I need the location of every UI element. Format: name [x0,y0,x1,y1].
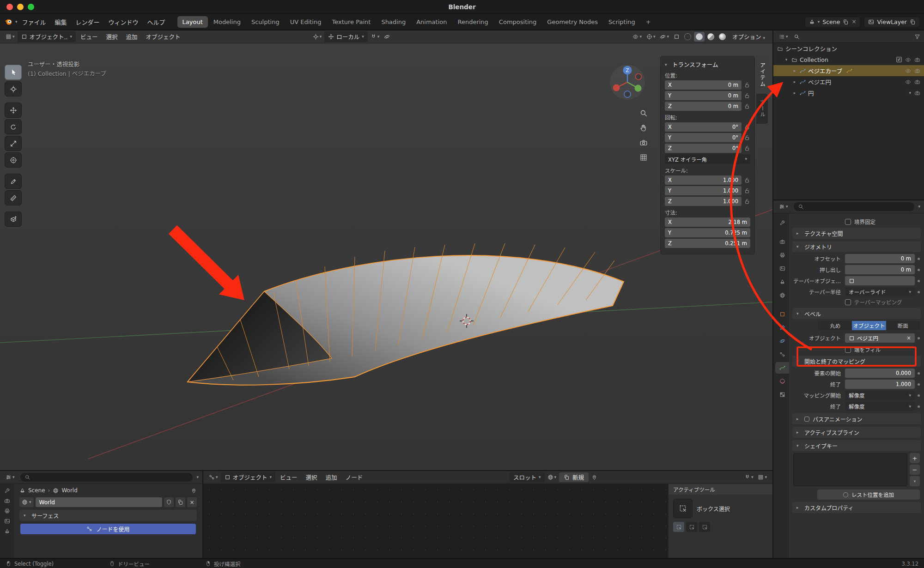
shading-options-dropdown[interactable]: オプション ▾ [729,31,769,42]
bevel-tab-round[interactable]: 丸め [818,321,852,330]
tool-option-subtract[interactable] [699,522,710,532]
node-menu-add[interactable]: 追加 [322,471,341,483]
tool-select-box[interactable] [5,65,22,80]
tab-world[interactable] [775,290,789,301]
shading-solid-button[interactable] [694,32,705,42]
taper-object-field[interactable] [845,276,915,285]
disclosure-icon[interactable]: ▸ [792,68,797,73]
new-material-button[interactable]: 新規 [559,472,589,482]
pin-icon[interactable] [590,473,599,481]
minimize-window-button[interactable] [17,4,24,10]
scale-x-field[interactable]: X1.000 [665,175,742,185]
outliner-row-circle[interactable]: ▸ 円 ▾ [773,87,924,98]
remove-shape-key-button[interactable]: − [910,465,920,475]
keyframe-dot[interactable] [918,291,920,293]
box-select-tool-icon[interactable] [673,499,693,518]
keyframe-dot[interactable] [918,405,920,408]
tab-viewlayer[interactable] [4,518,10,524]
bound-clamp-checkbox[interactable] [845,219,851,225]
node-editor-canvas[interactable] [203,484,668,558]
tool-add-primitive[interactable] [5,211,22,227]
tab-viewlayer[interactable] [775,263,789,274]
dimension-z-field[interactable]: Z0.251 m [665,239,750,248]
lock-icon[interactable] [744,82,750,88]
sidebar-tab-item[interactable]: アイテム [756,57,768,93]
camera-view-icon[interactable] [639,139,648,147]
add-workspace-button[interactable]: + [641,16,656,28]
rotation-z-field[interactable]: Z0° [665,144,742,153]
tab-object[interactable] [775,308,789,320]
outliner-row-bezier-circle[interactable]: ▸ ベジエ円 [773,76,924,87]
blender-logo-icon[interactable] [5,18,13,26]
chevron-down-icon[interactable]: ▾ [918,205,920,209]
workspace-tab-layout[interactable]: Layout [177,16,208,28]
xray-toggle[interactable] [672,33,681,41]
tab-render[interactable] [775,236,789,248]
shape-key-specials-button[interactable]: ▾ [910,476,920,486]
shading-wireframe-button[interactable] [682,32,693,42]
sidebar-tab-tool[interactable]: ツール [756,94,768,124]
factor-end-field[interactable]: 1.000 [845,380,915,389]
viewport-menu-object[interactable]: オブジェクト [142,31,184,42]
render-camera-icon[interactable] [914,68,920,74]
path-animation-checkbox[interactable] [804,417,809,422]
workspace-tab-animation[interactable]: Animation [411,16,452,28]
shading-rendered-button[interactable] [717,32,728,42]
workspace-tab-sculpting[interactable]: Sculpting [246,16,285,28]
tool-rotate[interactable] [5,119,22,134]
offset-field[interactable]: 0 m [845,254,915,263]
lock-icon[interactable] [744,177,750,183]
render-camera-icon[interactable] [914,90,920,96]
tool-option-extend[interactable] [686,522,697,532]
panel-start-end-mapping[interactable]: ▾開始と終了のマッピング [792,356,921,367]
fake-user-shield-button[interactable] [164,497,174,507]
gizmo-neg-x-axis[interactable] [636,74,642,80]
pivot-point-dropdown[interactable]: ▾ [311,33,324,41]
tab-scene[interactable] [4,528,10,534]
lock-icon[interactable] [744,124,750,130]
eye-icon[interactable] [905,57,911,63]
tool-move[interactable] [5,103,22,118]
tab-material[interactable] [775,375,789,387]
tab-modifiers[interactable] [775,322,789,333]
workspace-tab-rendering[interactable]: Rendering [452,16,493,28]
tab-texture[interactable] [775,389,789,400]
gizmo-y-axis[interactable] [635,85,642,92]
render-camera-icon[interactable] [914,57,920,63]
eye-icon[interactable] [905,79,911,85]
use-nodes-button[interactable]: ノードを使用 [20,524,196,534]
pin-icon[interactable] [191,488,197,494]
proportional-edit-toggle[interactable] [382,33,392,41]
node-menu-view[interactable]: ビュー [276,471,301,483]
map-start-dropdown[interactable]: 解像度▾ [845,391,915,400]
zoom-window-button[interactable] [28,4,34,10]
location-y-field[interactable]: Y0 m [665,91,742,100]
keyframe-dot[interactable] [918,372,920,375]
panel-texture-space[interactable]: ▸テクスチャ空間 [792,228,921,239]
workspace-tab-uvediting[interactable]: UV Editing [285,16,327,28]
slot-dropdown[interactable]: スロット▾ [510,472,545,483]
tool-annotate[interactable] [5,174,22,189]
editor-type-button[interactable]: ▾ [4,33,17,41]
viewlayer-selector[interactable]: ViewLayer [864,17,919,27]
extrude-field[interactable]: 0 m [845,265,915,274]
rotation-mode-dropdown[interactable]: XYZ オイラー角▾ [665,154,750,164]
lock-icon[interactable] [744,134,750,141]
tab-output[interactable] [775,249,789,261]
fill-caps-checkbox[interactable] [845,347,851,353]
keyframe-dot[interactable] [918,280,920,282]
editor-type-button[interactable]: ▾ [777,203,790,211]
active-tool-panel-title[interactable]: アクティブツール [669,484,772,495]
panel-path-animation[interactable]: ▸パスアニメーション [792,413,921,424]
outliner-row-collection[interactable]: ▾ Collection ✓ [773,54,924,65]
tab-physics[interactable] [775,335,789,347]
lock-icon[interactable] [744,145,750,151]
filter-icon[interactable] [914,34,920,40]
shading-material-button[interactable] [705,32,716,42]
bevel-tab-profile[interactable]: 断面 [886,321,920,330]
outliner-row-scene-collection[interactable]: シーンコレクション [773,43,924,54]
unlink-scene-icon[interactable]: × [851,18,856,25]
editor-type-button[interactable]: ▾ [777,33,790,41]
panel-bevel[interactable]: ▾ベベル [792,308,921,319]
render-camera-icon[interactable] [914,79,920,85]
